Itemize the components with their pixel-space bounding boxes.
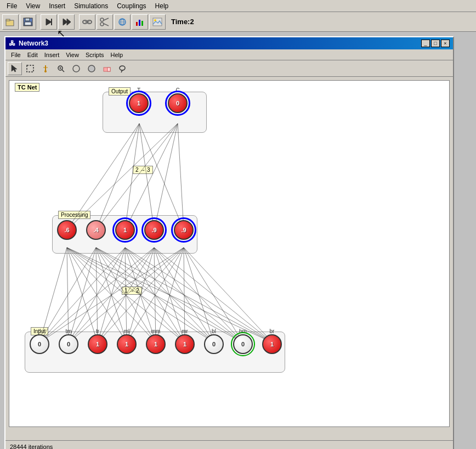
svg-line-95 [184, 248, 273, 343]
net-menu-edit[interactable]: Edit [24, 51, 41, 59]
output-node-C[interactable]: 0 [168, 93, 188, 113]
chart-button[interactable] [132, 14, 148, 30]
input-tr-label: tr [88, 328, 107, 334]
svg-rect-22 [139, 20, 140, 26]
probe-tool[interactable] [38, 62, 53, 75]
save-button[interactable] [20, 14, 36, 30]
input-node-mr-value: 1 [183, 341, 186, 347]
svg-line-49 [154, 124, 178, 230]
minimize-button[interactable]: _ [421, 40, 430, 47]
input-node-ml[interactable]: 1 [117, 334, 137, 354]
svg-rect-4 [25, 22, 31, 25]
input-node-mr[interactable]: 1 [175, 334, 195, 354]
close-button[interactable]: × [441, 40, 450, 47]
svg-point-39 [120, 66, 125, 70]
input-node-bl-value: 0 [212, 341, 216, 347]
net-menu-scripts[interactable]: Scripts [82, 51, 107, 59]
main-toolbar: Time:2 [0, 12, 476, 32]
svg-rect-38 [107, 68, 110, 71]
input-node-tr[interactable]: 1 [88, 334, 107, 354]
scissors-button[interactable] [97, 14, 113, 30]
proc-node-4-value: .9 [181, 227, 186, 233]
svg-line-50 [178, 124, 184, 230]
proc-node-4[interactable]: .9 [174, 220, 194, 240]
input-node-mm[interactable]: 1 [146, 334, 166, 354]
maximize-button[interactable]: □ [431, 40, 440, 47]
input-node-tl[interactable]: 0 [30, 334, 49, 354]
lasso-tool[interactable] [115, 62, 129, 75]
connections-svg [9, 81, 449, 426]
input-node-bm[interactable]: 0 [233, 334, 253, 354]
proc-node-2[interactable]: 1 [115, 220, 135, 240]
svg-rect-3 [25, 18, 30, 21]
svg-line-47 [96, 124, 178, 230]
proc-node-2-value: 1 [123, 227, 127, 233]
link-button[interactable] [79, 14, 95, 30]
output-node-C-value: 0 [176, 100, 179, 106]
input-bm-label: bm [233, 328, 253, 334]
svg-rect-21 [136, 22, 138, 26]
output-node-T-value: 1 [137, 100, 140, 106]
input-mr-label: mr [175, 328, 195, 334]
circle1-tool[interactable] [69, 62, 83, 75]
output-layer-box: Output [103, 92, 207, 133]
proc-node-1[interactable]: .4 [86, 220, 106, 240]
svg-line-32 [62, 70, 64, 72]
proc-node-1-value: .4 [93, 227, 98, 233]
iterations-display: 28444 iterations [10, 444, 53, 450]
input-tl-label: tl [30, 328, 49, 334]
time-display: Time:2 [171, 18, 194, 26]
svg-rect-23 [141, 21, 143, 26]
input-node-bl[interactable]: 0 [204, 334, 224, 354]
input-node-br-value: 1 [270, 341, 274, 347]
globe-button[interactable] [114, 14, 131, 30]
input-node-bm-value: 0 [241, 341, 245, 347]
open-button[interactable] [2, 14, 19, 30]
svg-line-55 [67, 248, 156, 343]
output-T-label: T [129, 87, 149, 93]
net-menu-view[interactable]: View [63, 51, 82, 59]
main-menubar: File View Insert Simulations Couplings H… [0, 0, 476, 12]
svg-line-42 [96, 124, 139, 230]
menu-insert[interactable]: Insert [44, 1, 70, 11]
menu-couplings[interactable]: Couplings [112, 1, 150, 11]
output-C-label: C [168, 87, 188, 93]
input-node-tl-value: 0 [38, 341, 41, 347]
input-bl-label: bl [204, 328, 224, 334]
input-node-tm-value: 0 [67, 341, 70, 347]
net-menu-help[interactable]: Help [107, 51, 127, 59]
input-tm-label: tm [59, 328, 78, 334]
select-tool[interactable] [23, 62, 37, 75]
step-button[interactable] [58, 14, 75, 30]
output-node-T[interactable]: 1 [129, 93, 149, 113]
network-toolbar [5, 60, 453, 77]
run-button[interactable] [41, 14, 57, 30]
proc-node-0[interactable]: .6 [57, 220, 77, 240]
svg-line-89 [98, 248, 184, 343]
net-menu-insert[interactable]: Insert [41, 51, 63, 59]
menu-help[interactable]: Help [151, 1, 173, 11]
window-titlebar: 🖧 Network3 _ □ × [5, 37, 453, 49]
svg-marker-26 [12, 65, 17, 72]
image-button[interactable] [149, 14, 166, 30]
svg-line-75 [125, 248, 214, 343]
input-node-tm[interactable]: 0 [59, 334, 78, 354]
svg-point-29 [44, 70, 47, 72]
proc-node-3[interactable]: .9 [144, 220, 164, 240]
menu-file[interactable]: File [2, 1, 21, 11]
tc-net-label: TC Net [15, 83, 39, 92]
svg-line-44 [139, 124, 154, 230]
circle2-tool[interactable] [84, 62, 99, 75]
svg-marker-8 [67, 19, 71, 25]
input-node-br[interactable]: 1 [262, 334, 282, 354]
menu-simulations[interactable]: Simulations [70, 1, 112, 11]
window-title: Network3 [19, 40, 48, 47]
output-label: Output [109, 87, 131, 96]
net-menu-file[interactable]: File [8, 51, 24, 59]
proc-node-3-value: .9 [151, 227, 156, 233]
zoom-tool[interactable] [54, 62, 68, 75]
eraser-tool[interactable] [100, 62, 114, 75]
cursor-tool[interactable] [8, 62, 22, 75]
svg-line-69 [39, 248, 125, 343]
menu-view[interactable]: View [21, 1, 44, 11]
